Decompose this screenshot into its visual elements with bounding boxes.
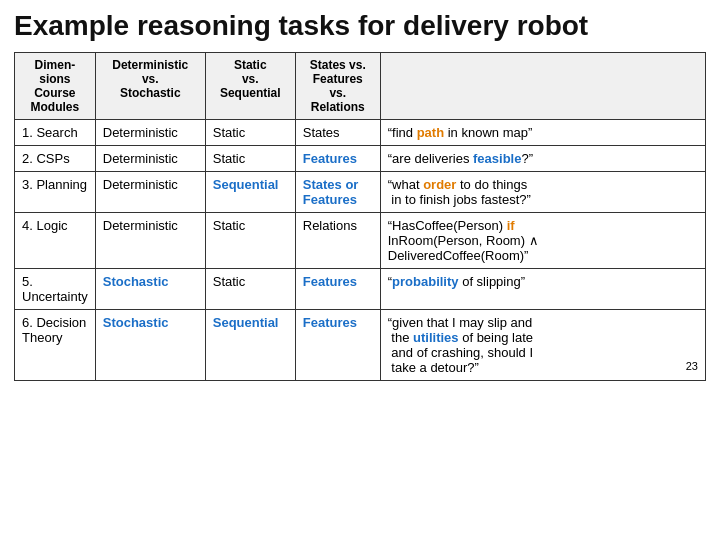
module-planning: 3. Planning [15,172,96,213]
table-row: 5. Uncertainty Stochastic Static Feature… [15,269,706,310]
states-decision: Features [295,310,380,381]
module-logic: 4. Logic [15,213,96,269]
note-uncertainty: “probability of slipping” [380,269,705,310]
header-states: States vs.Featuresvs.Relations [295,53,380,120]
module-search: 1. Search [15,120,96,146]
table-row: 3. Planning Deterministic Sequential Sta… [15,172,706,213]
table-row: 4. Logic Deterministic Static Relations … [15,213,706,269]
det-decision: Stochastic [95,310,205,381]
header-note [380,53,705,120]
static-logic: Static [205,213,295,269]
table-row: 1. Search Deterministic Static States “f… [15,120,706,146]
det-csps: Deterministic [95,146,205,172]
module-csps: 2. CSPs [15,146,96,172]
static-planning: Sequential [205,172,295,213]
det-planning: Deterministic [95,172,205,213]
det-logic: Deterministic [95,213,205,269]
module-decision: 6. DecisionTheory [15,310,96,381]
header-static: Staticvs.Sequential [205,53,295,120]
det-uncertainty: Stochastic [95,269,205,310]
note-planning: “what order to do things in to finish jo… [380,172,705,213]
note-decision: “given that I may slip and the utilities… [380,310,705,381]
table-row: 2. CSPs Deterministic Static Features “a… [15,146,706,172]
states-planning: States or Features [295,172,380,213]
static-csps: Static [205,146,295,172]
static-decision: Sequential [205,310,295,381]
note-csps: “are deliveries feasible?” [380,146,705,172]
states-csps: Features [295,146,380,172]
table-row: 6. DecisionTheory Stochastic Sequential … [15,310,706,381]
module-uncertainty: 5. Uncertainty [15,269,96,310]
note-search: “find path in known map” [380,120,705,146]
states-logic: Relations [295,213,380,269]
states-search: States [295,120,380,146]
static-uncertainty: Static [205,269,295,310]
states-uncertainty: Features [295,269,380,310]
header-course: Dimen-sions CourseModules [15,53,96,120]
reasoning-tasks-table: Dimen-sions CourseModules Deterministicv… [14,52,706,381]
header-deterministic: Deterministicvs.Stochastic [95,53,205,120]
page-title: Example reasoning tasks for delivery rob… [14,10,706,42]
page-number: 23 [686,360,698,372]
note-logic: “HasCoffee(Person) ifInRoom(Person, Room… [380,213,705,269]
static-search: Static [205,120,295,146]
det-search: Deterministic [95,120,205,146]
